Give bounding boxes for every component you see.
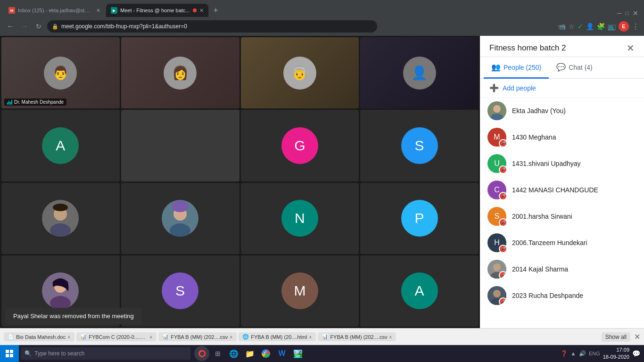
participant-item-7: 🎤 2023 Rucha Deshpande	[480, 282, 644, 309]
avatar-p: P	[401, 200, 438, 237]
video-cell-2: 👩	[121, 37, 239, 108]
avatar-a2: A	[401, 272, 438, 309]
taskbar-cortana-icon[interactable]: ⭕	[194, 346, 209, 361]
participant-name-7: 2023 Rucha Deshpande	[512, 292, 583, 299]
people-tab-icon: 👥	[491, 63, 501, 72]
video-cell-6	[121, 110, 239, 181]
participant-item-1: M 🎤 1430 Meghana	[480, 124, 644, 150]
new-tab-button[interactable]: +	[209, 4, 223, 17]
avatar-rucha: 🎤	[487, 286, 506, 305]
meet-tab-close[interactable]: ✕	[199, 8, 204, 14]
people-tab[interactable]: 👥 People (250)	[484, 57, 549, 79]
address-bar: ← → ↻ 🔒 meet.google.com/btb-fnup-mxp?pli…	[0, 17, 644, 36]
file-icon-4: 📊	[322, 334, 328, 340]
file-item-4[interactable]: 📊 FYBA B (MM) (202....csv ∧	[318, 332, 396, 341]
refresh-button[interactable]: ↻	[33, 21, 44, 32]
add-people-button[interactable]: ➕ Add people	[480, 79, 644, 98]
avatar-g: G	[281, 127, 318, 164]
participant-name-3: 1442 MANASI CHANDGUDE	[512, 186, 598, 194]
file-item-0[interactable]: 📄 Bio Data Mahesh.doc ∧	[4, 332, 74, 341]
file-item-2[interactable]: 📊 FYBA B (MM) (202....csv ∧	[158, 332, 237, 341]
tab-bar: M Inbox (125) - ekta.jadhav@stmir... ✕ ▶…	[0, 0, 644, 17]
panel-header: Fitness home batch 2 ✕	[480, 36, 644, 57]
window-controls: ─ □ ✕	[617, 9, 640, 17]
file-item-3[interactable]: 🌐 FYBA B (MM) (20....html ∧	[239, 332, 316, 341]
clock: 17:09 18-09-2020	[603, 346, 629, 361]
file-name-1: FYBCom C (2020-0....csv	[89, 334, 148, 340]
network-icon[interactable]: ▲	[570, 350, 576, 357]
video-cell-12: P	[360, 183, 479, 254]
search-icon-taskbar: 🔍	[25, 350, 32, 357]
taskbar-taskview-icon[interactable]: ⊞	[210, 346, 225, 361]
video-area: 👨 Dr. Mahesh Deshpande 👩	[0, 36, 480, 328]
file-name-4: FYBA B (MM) (202....csv	[330, 334, 387, 340]
maximize-button[interactable]: □	[626, 10, 629, 16]
muted-badge-7: 🎤	[499, 297, 506, 305]
show-all-button[interactable]: Show all	[602, 332, 630, 342]
video-cell-1: 👨 Dr. Mahesh Deshpande	[1, 37, 120, 108]
help-icon[interactable]: ❓	[561, 350, 568, 357]
profile-icon[interactable]: 👤	[586, 23, 594, 30]
file-chevron-2: ∧	[230, 335, 233, 339]
file-icon-1: 📊	[80, 334, 87, 340]
cast-icon[interactable]: 📺	[608, 23, 616, 30]
menu-button[interactable]: ⋮	[632, 22, 639, 31]
participant-item-6: 🎤 2014 Kajal Sharma	[480, 256, 644, 282]
taskbar-photos-icon[interactable]: 🏞️	[290, 346, 305, 361]
chat-tab[interactable]: 💬 Chat (4)	[549, 57, 600, 79]
lang-indicator: ENG	[589, 351, 600, 356]
add-people-label: Add people	[503, 84, 536, 92]
taskbar-word-icon[interactable]: W	[274, 346, 289, 361]
files-bar-close-button[interactable]: ✕	[634, 332, 640, 341]
extensions-icon[interactable]: 🧩	[597, 23, 605, 30]
browser-chrome: M Inbox (125) - ekta.jadhav@stmir... ✕ ▶…	[0, 0, 644, 36]
close-button[interactable]: ✕	[633, 9, 638, 17]
people-tab-label: People (250)	[504, 64, 541, 71]
address-bar-icons: 📹 ☆ ✓ 👤 🧩 📺 E ⋮	[558, 21, 639, 32]
taskbar-chrome-icon[interactable]	[258, 346, 273, 361]
video-cell-4: 👤	[360, 37, 479, 108]
gmail-tab[interactable]: M Inbox (125) - ekta.jadhav@stmir... ✕	[4, 4, 105, 17]
muted-badge-2: 🎤	[499, 165, 507, 174]
svg-rect-20	[6, 350, 9, 353]
minimize-button[interactable]: ─	[617, 9, 622, 17]
video-cell-11: N	[241, 183, 359, 254]
participant-item-2: U 🎤 1431.shivani Upadhyay	[480, 150, 644, 177]
gmail-tab-title: Inbox (125) - ekta.jadhav@stmir...	[18, 8, 93, 13]
avatar-ekta	[487, 101, 506, 120]
panel-title: Fitness home batch 2	[489, 43, 566, 53]
forward-button[interactable]: →	[19, 21, 30, 32]
start-button[interactable]	[0, 345, 19, 362]
account-avatar[interactable]: E	[619, 21, 629, 32]
bookmark-icon[interactable]: ☆	[569, 23, 575, 30]
panel-close-button[interactable]: ✕	[627, 43, 635, 53]
participant-item-3: C 🎤 1442 MANASI CHANDGUDE	[480, 177, 644, 203]
taskbar-folder-icon[interactable]: 📁	[242, 346, 257, 361]
participant-name-4: 2001.harsha Sirwani	[512, 213, 572, 220]
recording-indicator	[193, 8, 197, 12]
avatar-s2: S	[162, 272, 198, 309]
gmail-tab-close[interactable]: ✕	[96, 8, 100, 14]
notification-bar: Payal Shelar was removed from the meetin…	[6, 308, 141, 324]
checkmark-icon: ✓	[578, 23, 583, 30]
taskbar-edge-icon[interactable]: 🌐	[226, 346, 241, 361]
participant-item-4: S 🎤 2001.harsha Sirwani	[480, 203, 644, 230]
file-item-1[interactable]: 📊 FYBCom C (2020-0....csv ∧	[76, 332, 157, 341]
file-icon-3: 🌐	[242, 334, 249, 340]
url-text: meet.google.com/btb-fnup-mxp?pli=1&authu…	[61, 23, 187, 30]
camera-icon[interactable]: 📹	[558, 23, 566, 30]
notifications-icon[interactable]: 💬	[632, 350, 640, 357]
taskbar-search[interactable]: 🔍 Type here to search	[21, 347, 190, 360]
volume-icon[interactable]: 🔊	[579, 350, 586, 357]
avatar-tanzeem: H 🎤	[487, 233, 506, 252]
muted-badge-4: 🎤	[499, 218, 507, 227]
side-panel: Fitness home batch 2 ✕ 👥 People (250) 💬 …	[480, 36, 644, 328]
file-name-0: Bio Data Mahesh.doc	[16, 334, 66, 340]
notification-text: Payal Shelar was removed from the meetin…	[13, 313, 134, 320]
back-button[interactable]: ←	[5, 21, 16, 32]
taskbar-apps: ⭕ ⊞ 🌐 📁 W 🏞️	[194, 346, 305, 361]
muted-badge-1: 🎤	[499, 139, 507, 148]
participant-item-0: Ekta Jadhav (You)	[480, 98, 644, 124]
url-bar[interactable]: 🔒 meet.google.com/btb-fnup-mxp?pli=1&aut…	[47, 20, 377, 33]
meet-tab[interactable]: ▶ Meet - Fitness @ home batc... ✕	[106, 4, 208, 17]
